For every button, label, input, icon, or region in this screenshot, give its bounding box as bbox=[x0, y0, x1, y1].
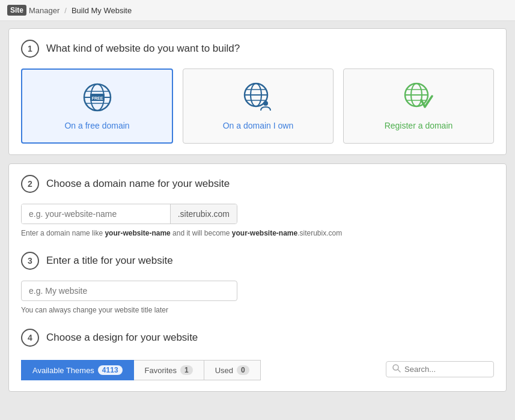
breadcrumb-parent: Manager bbox=[29, 6, 59, 15]
free-domain-card[interactable]: FREE On a free domain bbox=[21, 68, 173, 144]
title-input-wrapper bbox=[21, 281, 494, 301]
globe-check-icon bbox=[403, 82, 434, 115]
section-2-title: Choose a domain name for your website bbox=[46, 178, 230, 190]
favorites-label: Favorites bbox=[145, 366, 177, 375]
step-3-circle: 3 bbox=[21, 252, 39, 270]
title-hint: You can always change your website title… bbox=[21, 306, 494, 314]
section-2-header: 2 Choose a domain name for your website bbox=[21, 175, 494, 193]
svg-point-12 bbox=[263, 101, 268, 106]
site-badge: Site bbox=[7, 5, 26, 16]
tab-used[interactable]: Used 0 bbox=[204, 360, 261, 380]
page-wrapper: 1 What kind of website do you want to bu… bbox=[0, 21, 515, 407]
domain-hint: Enter a domain name like your-website-na… bbox=[21, 229, 494, 237]
section-1-title: What kind of website do you want to buil… bbox=[46, 43, 240, 55]
register-domain-card[interactable]: Register a domain bbox=[343, 68, 494, 144]
domain-suffix: .siterubix.com bbox=[170, 204, 237, 224]
step-2-circle: 2 bbox=[21, 175, 39, 193]
domain-name-input[interactable] bbox=[22, 204, 170, 224]
globe-free-icon: FREE bbox=[82, 82, 113, 115]
svg-line-19 bbox=[398, 370, 400, 372]
step-4-circle: 4 bbox=[21, 329, 39, 347]
available-themes-label: Available Themes bbox=[32, 366, 94, 375]
domain-options: FREE On a free domain bbox=[21, 68, 494, 144]
section-3-title: Enter a title for your website bbox=[46, 255, 173, 267]
free-domain-label: On a free domain bbox=[64, 121, 129, 130]
domain-input-row: .siterubix.com bbox=[21, 204, 237, 224]
step-3-number: 3 bbox=[28, 256, 32, 266]
section-3-header: 3 Enter a title for your website bbox=[21, 252, 494, 270]
topbar: Site Manager / Build My Website bbox=[0, 0, 515, 21]
section-4-header: 4 Choose a design for your website bbox=[21, 329, 494, 347]
section-4-title: Choose a design for your website bbox=[46, 332, 198, 344]
section-2-card: 2 Choose a domain name for your website … bbox=[8, 163, 507, 392]
section-1-card: 1 What kind of website do you want to bu… bbox=[8, 28, 507, 155]
own-domain-label: On a domain I own bbox=[223, 121, 294, 130]
used-badge: 0 bbox=[237, 365, 249, 375]
available-themes-badge: 4113 bbox=[98, 365, 123, 375]
step-1-circle: 1 bbox=[21, 40, 39, 58]
design-tabs-row: Available Themes 4113 Favorites 1 Used 0 bbox=[21, 358, 494, 380]
svg-text:FREE: FREE bbox=[91, 96, 103, 100]
website-title-input[interactable] bbox=[21, 281, 237, 301]
used-label: Used bbox=[215, 366, 233, 375]
section-1-header: 1 What kind of website do you want to bu… bbox=[21, 40, 494, 58]
tab-favorites[interactable]: Favorites 1 bbox=[134, 360, 204, 380]
search-icon bbox=[392, 364, 401, 374]
breadcrumb-separator: / bbox=[64, 6, 67, 15]
own-domain-card[interactable]: On a domain I own bbox=[183, 68, 334, 144]
step-4-number: 4 bbox=[28, 333, 32, 342]
step-1-number: 1 bbox=[28, 44, 32, 53]
themes-search-input[interactable] bbox=[404, 365, 487, 374]
globe-person-icon bbox=[243, 82, 274, 115]
breadcrumb-current: Build My Website bbox=[72, 6, 132, 15]
step-2-number: 2 bbox=[28, 179, 32, 189]
design-tabs: Available Themes 4113 Favorites 1 Used 0 bbox=[21, 360, 261, 380]
design-search-box[interactable] bbox=[386, 361, 494, 377]
favorites-badge: 1 bbox=[180, 365, 193, 375]
register-domain-label: Register a domain bbox=[385, 121, 453, 130]
tab-available-themes[interactable]: Available Themes 4113 bbox=[21, 360, 134, 380]
